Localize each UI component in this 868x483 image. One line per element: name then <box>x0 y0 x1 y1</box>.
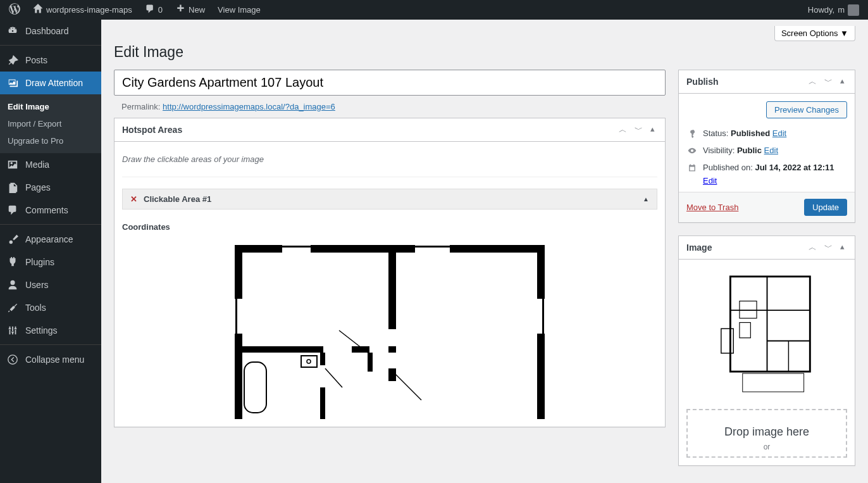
calendar-icon <box>686 163 698 172</box>
svg-point-0 <box>8 355 17 364</box>
dropzone-or: or <box>694 442 840 451</box>
image-dropzone[interactable]: Drop image here or <box>686 409 847 458</box>
panel-toggle-icon[interactable]: ▴ <box>838 241 847 254</box>
nav-settings[interactable]: Settings <box>0 319 101 342</box>
visibility-row: Visibility: Public Edit <box>686 142 847 159</box>
status-row: Status: Published Edit <box>686 125 847 142</box>
sub-import-export[interactable]: Import / Export <box>0 115 101 132</box>
hotspot-panel-title: Hotspot Areas <box>122 118 182 141</box>
panel-down-icon[interactable]: ﹀ <box>632 123 645 137</box>
images-icon <box>6 77 19 89</box>
post-title-input[interactable] <box>114 70 666 96</box>
nav-posts[interactable]: Posts <box>0 49 101 72</box>
comment-icon <box>145 4 155 16</box>
svg-rect-8 <box>415 246 450 248</box>
publish-panel-title: Publish <box>686 70 719 93</box>
site-link[interactable]: wordpress-image-maps <box>29 0 136 20</box>
permalink-label: Permalink: <box>121 102 160 111</box>
nav-dashboard[interactable]: Dashboard <box>0 20 101 42</box>
svg-rect-32 <box>721 329 733 353</box>
nav-draw-attention[interactable]: Draw Attention <box>0 72 101 94</box>
wp-logo[interactable] <box>5 0 24 20</box>
admin-sidebar: Dashboard Posts Draw Attention Edit Imag… <box>0 20 101 483</box>
nav-pages[interactable]: Pages <box>0 176 101 199</box>
panel-down-icon[interactable]: ﹀ <box>822 75 835 89</box>
media-icon <box>6 158 19 171</box>
svg-rect-6 <box>282 246 311 248</box>
admin-bar: wordpress-image-maps 0 New View Image Ho… <box>0 0 868 20</box>
svg-rect-19 <box>320 365 325 387</box>
move-to-trash-link[interactable]: Move to Trash <box>686 203 738 212</box>
comments-link[interactable]: 0 <box>141 0 166 20</box>
floorplan-canvas[interactable] <box>122 242 657 419</box>
howdy-user[interactable]: Howdy, m <box>804 0 863 20</box>
submenu-draw-attention: Edit Image Import / Export Upgrade to Pr… <box>0 94 101 153</box>
sub-upgrade-pro[interactable]: Upgrade to Pro <box>0 132 101 149</box>
plug-icon <box>6 256 19 268</box>
nav-users[interactable]: Users <box>0 273 101 296</box>
panel-up-icon[interactable]: ︿ <box>806 75 819 89</box>
permalink-url[interactable]: http://wordpressimagemaps.local/?da_imag… <box>163 102 335 111</box>
howdy-prefix: Howdy, <box>808 5 834 15</box>
edit-date-link[interactable]: Edit <box>703 176 717 185</box>
page-title: Edit Image <box>114 44 855 61</box>
nav-media[interactable]: Media <box>0 153 101 176</box>
svg-rect-14 <box>388 329 396 348</box>
nav-comments[interactable]: Comments <box>0 199 101 222</box>
hotspot-panel: Hotspot Areas ︿ ﹀ ▴ Draw the clickable a… <box>114 118 666 427</box>
area-collapse-icon[interactable]: ▲ <box>643 196 649 203</box>
view-image-link[interactable]: View Image <box>214 0 264 20</box>
published-date-row: Published on: Jul 14, 2022 at 12:11 <box>686 159 847 176</box>
dashboard-icon <box>6 25 19 37</box>
coordinates-label: Coordinates <box>122 210 657 242</box>
publish-panel: Publish ︿ ﹀ ▴ Preview Changes Status: Pu… <box>678 70 855 223</box>
nav-collapse[interactable]: Collapse menu <box>0 348 101 371</box>
svg-rect-12 <box>542 299 544 334</box>
main-content: Screen Options ▼ Edit Image Permalink: h… <box>101 20 868 483</box>
sub-edit-image[interactable]: Edit Image <box>0 98 101 115</box>
clickable-area-1-header[interactable]: ✕ Clickable Area #1 ▲ <box>122 189 657 210</box>
nav-appearance[interactable]: Appearance <box>0 228 101 251</box>
panel-down-icon[interactable]: ﹀ <box>822 241 835 254</box>
collapse-icon <box>6 353 19 366</box>
new-link[interactable]: New <box>171 0 209 20</box>
site-name: wordpress-image-maps <box>46 5 132 15</box>
floorplan-image[interactable] <box>232 242 548 419</box>
panel-up-icon[interactable]: ︿ <box>806 241 819 254</box>
wrench-icon <box>6 301 19 314</box>
featured-image-thumbnail[interactable] <box>718 273 816 396</box>
avatar <box>848 4 859 16</box>
sliders-icon <box>6 324 19 337</box>
panel-toggle-icon[interactable]: ▴ <box>838 75 847 89</box>
eye-icon <box>686 146 698 155</box>
wordpress-icon <box>9 3 20 17</box>
remove-area-icon[interactable]: ✕ <box>130 194 137 204</box>
home-icon <box>33 4 43 16</box>
nav-plugins[interactable]: Plugins <box>0 251 101 273</box>
nav-tools[interactable]: Tools <box>0 296 101 319</box>
plus-icon <box>175 4 185 16</box>
svg-rect-34 <box>739 323 750 338</box>
image-panel: Image ︿ ﹀ ▴ <box>678 235 855 466</box>
comments-icon <box>6 204 19 216</box>
preview-changes-button[interactable]: Preview Changes <box>766 101 847 118</box>
svg-rect-28 <box>730 277 810 372</box>
pin-icon <box>6 54 19 66</box>
image-panel-title: Image <box>686 236 712 259</box>
hotspot-instructions: Draw the clickable areas of your image <box>122 149 657 177</box>
svg-rect-16 <box>323 346 352 353</box>
comments-count: 0 <box>158 5 163 15</box>
user-icon <box>6 279 19 291</box>
svg-rect-20 <box>368 353 373 372</box>
panel-toggle-icon[interactable]: ▴ <box>648 123 657 137</box>
screen-options-button[interactable]: Screen Options ▼ <box>774 26 855 41</box>
svg-rect-17 <box>369 346 388 353</box>
edit-visibility-link[interactable]: Edit <box>764 146 778 155</box>
permalink-row: Permalink: http://wordpressimagemaps.loc… <box>114 96 666 118</box>
panel-up-icon[interactable]: ︿ <box>616 123 629 137</box>
new-label: New <box>189 5 205 15</box>
page-icon <box>6 181 19 194</box>
update-button[interactable]: Update <box>804 199 847 216</box>
area-1-title: Clickable Area #1 <box>144 194 211 204</box>
edit-status-link[interactable]: Edit <box>772 129 786 138</box>
